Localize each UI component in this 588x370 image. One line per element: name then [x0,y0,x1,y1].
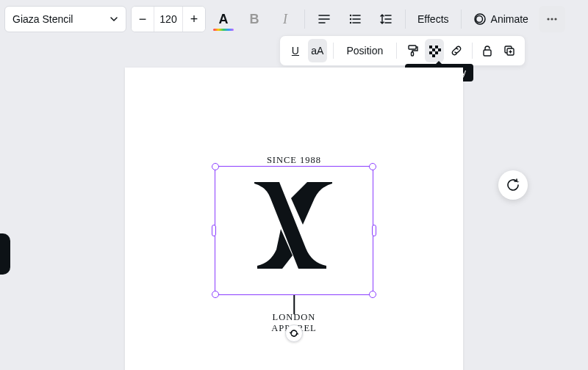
svg-point-4 [476,16,482,23]
font-name: Giaza Stencil [12,13,73,25]
resize-handle-bl[interactable] [212,291,219,298]
svg-point-6 [551,18,553,20]
since-text[interactable]: SINCE 1988 [125,155,463,166]
rotate-handle[interactable] [285,324,303,342]
list-button[interactable] [342,6,368,32]
design-page[interactable]: SINCE 1988 LONDON APPAREL [125,68,463,370]
effects-button[interactable]: Effects [412,6,455,32]
font-family-select[interactable]: Giaza Stencil [4,6,126,32]
chevron-down-icon [110,15,118,23]
spacing-button[interactable] [373,6,399,32]
selection-box[interactable] [215,166,373,295]
london-text[interactable]: LONDON [125,312,463,323]
more-icon [545,12,559,26]
resize-handle-mr[interactable] [372,225,376,236]
svg-point-7 [554,18,556,20]
divider [461,10,462,29]
more-button[interactable] [539,6,565,32]
rotate-icon [289,328,299,338]
resize-handle-br[interactable] [369,291,376,298]
font-size-group: − 120 + [131,6,206,32]
animate-label: Animate [491,13,528,25]
divider [304,10,305,29]
text-align-button[interactable] [311,6,337,32]
color-bar-icon [213,29,234,31]
bold-button[interactable]: B [241,6,268,32]
resize-handle-tr[interactable] [369,163,376,170]
svg-point-5 [547,18,549,20]
text-color-button[interactable]: A [210,6,237,32]
list-icon [348,12,362,26]
svg-point-1 [350,18,351,20]
side-panel-tab[interactable] [0,233,10,275]
divider [405,10,406,29]
italic-button[interactable]: I [272,6,298,32]
font-size-decrease-button[interactable]: − [132,7,154,32]
animate-icon [473,12,487,26]
resize-handle-ml[interactable] [212,225,216,236]
spacing-icon [379,12,392,26]
font-size-increase-button[interactable]: + [183,7,205,32]
svg-text:+: + [517,179,520,184]
align-icon [318,12,331,26]
svg-point-0 [350,15,351,16]
canvas-area[interactable]: SINCE 1988 LONDON APPAREL [0,38,588,370]
top-toolbar: Giaza Stencil − 120 + A B I Effects Anim… [4,4,584,34]
animate-button[interactable]: Animate [467,6,534,32]
resize-handle-tl[interactable] [212,163,219,170]
refresh-icon: + [506,178,520,192]
svg-point-2 [350,22,351,23]
font-size-input[interactable]: 120 [154,7,183,32]
floating-action-button[interactable]: + [498,170,528,200]
